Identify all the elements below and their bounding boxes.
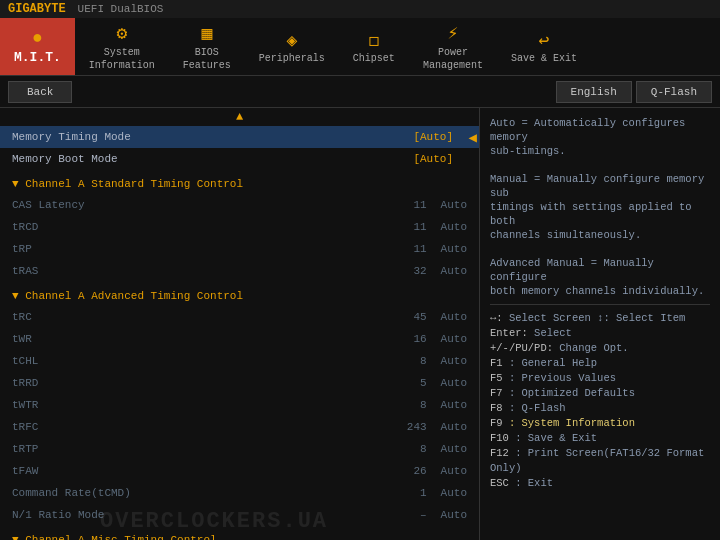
menu-row-14[interactable]: tRTP8Auto [0, 438, 479, 460]
section-header-2: ▼ Channel A Standard Timing Control [0, 170, 479, 194]
nav-chipset-label: Chipset [353, 53, 395, 64]
menu-row-label-15: tFAW [12, 465, 413, 477]
menu-row-12[interactable]: tWTR8Auto [0, 394, 479, 416]
key-desc: : Q-Flash [509, 402, 566, 414]
bios-icon: ▦ [201, 22, 212, 44]
menu-row-label-4: tRCD [12, 221, 413, 233]
menu-row-5[interactable]: tRP11Auto [0, 238, 479, 260]
menu-row-value-right-17: Auto [441, 509, 467, 521]
peripherals-icon: ◈ [286, 29, 297, 51]
nav-power[interactable]: ⚡ PowerManagement [409, 18, 497, 75]
menu-row-label-17: N/1 Ratio Mode [12, 509, 420, 521]
key-desc: : Previous Values [509, 372, 616, 384]
menu-row-value-right-14: Auto [441, 443, 467, 455]
menu-rows: Memory Timing Mode[Auto]◀Memory Boot Mod… [0, 126, 479, 540]
menu-row-0[interactable]: Memory Timing Mode[Auto] [0, 126, 479, 148]
menu-row-value-right-5: Auto [441, 243, 467, 255]
menu-row-wrapper-16: Command Rate(tCMD)1Auto [0, 482, 479, 504]
menu-row-wrapper-8: tRC45Auto [0, 306, 479, 328]
key-label: F10 [490, 432, 515, 444]
key-desc: : Print Screen(FAT16/32 Format Only) [490, 447, 704, 474]
key-desc: : General Help [509, 357, 597, 369]
menu-row-label-16: Command Rate(tCMD) [12, 487, 420, 499]
menu-row-wrapper-4: tRCD11Auto [0, 216, 479, 238]
menu-row-wrapper-15: tFAW26Auto [0, 460, 479, 482]
menu-row-value-3: 11 [413, 199, 426, 211]
back-button[interactable]: Back [8, 81, 72, 103]
qflash-button[interactable]: Q-Flash [636, 81, 712, 103]
nav-peripherals[interactable]: ◈ Peripherals [245, 18, 339, 75]
menu-row-17[interactable]: N/1 Ratio Mode–Auto [0, 504, 479, 526]
power-icon: ⚡ [447, 22, 458, 44]
menu-row-10[interactable]: tCHL8Auto [0, 350, 479, 372]
nav-mit-label: M.I.T. [14, 50, 61, 65]
nav-power-label: PowerManagement [423, 46, 483, 72]
key-hint: Enter: Select [490, 326, 710, 341]
row-arrow-0: ◀ [469, 129, 477, 146]
back-bar: Back English Q-Flash [0, 76, 720, 108]
key-label: ESC [490, 477, 515, 489]
menu-row-label-3: CAS Latency [12, 199, 413, 211]
key-label: F7 [490, 387, 509, 399]
menu-row-11[interactable]: tRRD5Auto [0, 372, 479, 394]
left-panel: ▲ Memory Timing Mode[Auto]◀Memory Boot M… [0, 108, 480, 540]
key-desc: : Save & Exit [515, 432, 597, 444]
menu-row-value-right-9: Auto [441, 333, 467, 345]
menu-row-wrapper-0: Memory Timing Mode[Auto]◀ [0, 126, 479, 148]
menu-row-label-10: tCHL [12, 355, 420, 367]
key-desc: : System Information [509, 417, 635, 429]
help-line: both memory channels individually. [490, 284, 710, 298]
nav-system-label: SystemInformation [89, 46, 155, 72]
nav-chipset[interactable]: ◻ Chipset [339, 18, 409, 75]
menu-row-value-6: 32 [413, 265, 426, 277]
help-line: timings with settings applied to both [490, 200, 710, 228]
menu-row-13[interactable]: tRFC243Auto [0, 416, 479, 438]
help-line [490, 242, 710, 256]
nav-bios-label: BIOSFeatures [183, 46, 231, 72]
menu-row-1[interactable]: Memory Boot Mode[Auto] [0, 148, 479, 170]
menu-row-value-9: 16 [413, 333, 426, 345]
nav-peripherals-label: Peripherals [259, 53, 325, 64]
menu-row-15[interactable]: tFAW26Auto [0, 460, 479, 482]
key-label: F9 [490, 417, 509, 429]
main-content: ▲ Memory Timing Mode[Auto]◀Memory Boot M… [0, 108, 720, 540]
language-button[interactable]: English [556, 81, 632, 103]
nav-bios[interactable]: ▦ BIOSFeatures [169, 18, 245, 75]
key-hints-block: ↔: Select Screen ↕: Select ItemEnter: Se… [490, 311, 710, 491]
menu-row-label-1: Memory Boot Mode [12, 153, 413, 165]
menu-row-value-10: 8 [420, 355, 427, 367]
menu-row-label-6: tRAS [12, 265, 413, 277]
menu-row-3[interactable]: CAS Latency11Auto [0, 194, 479, 216]
menu-row-label-9: tWR [12, 333, 413, 345]
menu-row-value-right-13: Auto [441, 421, 467, 433]
menu-row-value-0: [Auto] [413, 131, 453, 143]
menu-row-wrapper-13: tRFC243Auto [0, 416, 479, 438]
menu-row-value-right-4: Auto [441, 221, 467, 233]
menu-row-label-11: tRRD [12, 377, 420, 389]
menu-row-wrapper-14: tRTP8Auto [0, 438, 479, 460]
nav-save-label: Save & Exit [511, 53, 577, 64]
menu-row-16[interactable]: Command Rate(tCMD)1Auto [0, 482, 479, 504]
key-label: ↔: [490, 312, 509, 324]
nav-save[interactable]: ↩ Save & Exit [497, 18, 591, 75]
nav-system[interactable]: ⚙ SystemInformation [75, 18, 169, 75]
key-desc: Select [534, 327, 572, 339]
menu-row-8[interactable]: tRC45Auto [0, 306, 479, 328]
menu-row-value-5: 11 [413, 243, 426, 255]
help-line: Advanced Manual = Manually configure [490, 256, 710, 284]
menu-row-9[interactable]: tWR16Auto [0, 328, 479, 350]
menu-row-value-17: – [420, 509, 427, 521]
help-line: channels simultaneously. [490, 228, 710, 242]
key-desc: : Exit [515, 477, 553, 489]
key-label: +/-/PU/PD: [490, 342, 559, 354]
menu-row-value-11: 5 [420, 377, 427, 389]
scroll-up-arrow: ▲ [0, 108, 479, 126]
nav-mit[interactable]: ● M.I.T. [0, 18, 75, 75]
menu-row-6[interactable]: tRAS32Auto [0, 260, 479, 282]
menu-row-label-13: tRFC [12, 421, 407, 433]
menu-row-value-8: 45 [413, 311, 426, 323]
key-label: F1 [490, 357, 509, 369]
nav-bar: ● M.I.T. ⚙ SystemInformation ▦ BIOSFeatu… [0, 18, 720, 76]
key-hint: +/-/PU/PD: Change Opt. [490, 341, 710, 356]
menu-row-4[interactable]: tRCD11Auto [0, 216, 479, 238]
